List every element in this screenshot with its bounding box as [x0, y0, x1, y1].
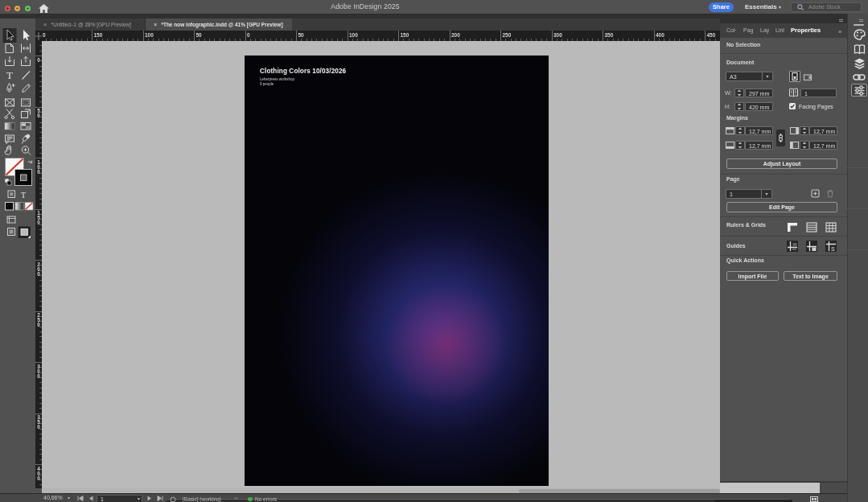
svg-text:S: S	[831, 246, 835, 252]
svg-text:T: T	[21, 191, 26, 200]
svg-text:T: T	[6, 69, 13, 81]
